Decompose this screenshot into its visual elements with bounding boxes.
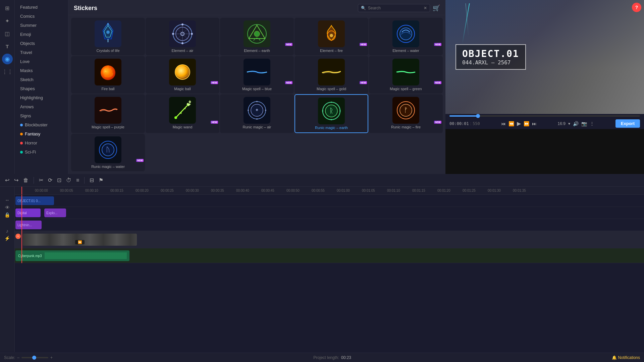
sticker-magic-wand[interactable]: NEW Magic wand bbox=[146, 94, 219, 133]
playback-controls: ⏮ ⏪ ▶ ⏩ ⏭ bbox=[501, 120, 537, 127]
sidebar-item-emoji[interactable]: Emoji bbox=[15, 30, 68, 39]
sticker-element-fire[interactable]: NEW Element – fire bbox=[294, 18, 368, 55]
ruler-mark-4: 00:00:20 bbox=[136, 189, 161, 192]
skip-forward-icon[interactable]: ⏭ bbox=[532, 121, 537, 126]
sidebar-item-fantasy[interactable]: Fantasy bbox=[15, 129, 68, 138]
volume-icon[interactable]: 🔊 bbox=[573, 121, 579, 126]
skip-back-icon[interactable]: ⏮ bbox=[501, 121, 506, 126]
sidebar-item-scifi[interactable]: Sci-Fi bbox=[15, 147, 68, 157]
clip-digital[interactable]: Digital bbox=[15, 208, 41, 217]
ruler-mark-14: 00:01:10 bbox=[387, 189, 412, 192]
delete-button[interactable]: 🗑 bbox=[22, 176, 30, 184]
track-audio-icon[interactable]: ♪ bbox=[6, 228, 8, 234]
flag-button[interactable]: ⚑ bbox=[98, 176, 104, 184]
zoom-in-icon[interactable]: + bbox=[50, 355, 53, 360]
svg-point-12 bbox=[181, 23, 183, 25]
sidebar-item-featured[interactable]: Featured bbox=[15, 3, 68, 12]
sidebar-item-highlighting[interactable]: Highlighting bbox=[15, 93, 68, 102]
sticker-fire-ball[interactable]: Fire ball bbox=[71, 56, 145, 94]
search-input[interactable] bbox=[368, 6, 422, 10]
sticker-crystals-of-life[interactable]: Crystals of life bbox=[71, 18, 145, 55]
sidebar-item-sketch[interactable]: Sketch bbox=[15, 75, 68, 84]
sticker-runic-magic-air[interactable]: ᛭ Runic magic – air bbox=[220, 94, 294, 133]
sidebar-item-horror[interactable]: Horror bbox=[15, 138, 68, 147]
sticker-thumb: ᛭ bbox=[244, 97, 270, 124]
frame-forward-icon[interactable]: ⏩ bbox=[524, 121, 529, 126]
play-icon[interactable]: ▶ bbox=[517, 120, 521, 127]
cut-button[interactable]: ✂ bbox=[38, 176, 44, 184]
project-length-value: 00:23 bbox=[341, 355, 351, 360]
sticker-magic-spell-gold[interactable]: NEW Magic spell – gold bbox=[294, 56, 368, 94]
sidebar-item-masks[interactable]: Masks bbox=[15, 66, 68, 75]
toolbar-grid-icon[interactable]: ⊞ bbox=[2, 3, 13, 13]
sidebar-item-arrows[interactable]: Arrows bbox=[15, 102, 68, 111]
sidebar-item-shapes[interactable]: Shapes bbox=[15, 84, 68, 93]
sticker-magic-spell-purple[interactable]: Magic spell – purple bbox=[71, 94, 145, 133]
progress-track[interactable] bbox=[449, 115, 640, 117]
toolbar-effects-icon[interactable]: ✦ bbox=[2, 15, 13, 26]
sidebar-item-travel[interactable]: Travel bbox=[15, 48, 68, 57]
track-lock-icon[interactable]: 🔒 bbox=[4, 212, 10, 218]
snapshot-icon[interactable]: 📷 bbox=[581, 121, 587, 126]
svg-point-5 bbox=[106, 31, 110, 34]
video-clip[interactable]: ⏩ bbox=[23, 234, 137, 246]
sidebar-label-featured: Featured bbox=[20, 5, 38, 10]
progress-thumb[interactable] bbox=[476, 114, 480, 118]
undo-button[interactable]: ↩ bbox=[4, 176, 10, 184]
clip-lightn[interactable]: Lightnin... bbox=[15, 221, 42, 229]
toolbar-stickers-icon[interactable]: ◉ bbox=[2, 54, 13, 64]
sticker-thumb bbox=[318, 20, 345, 47]
audio-clip[interactable]: Cyberpunk.mp3 bbox=[15, 250, 129, 261]
copy-button[interactable]: ⟳ bbox=[47, 176, 53, 184]
sticker-thumb bbox=[95, 97, 121, 124]
toolbar-layers-icon[interactable]: ◫ bbox=[2, 28, 13, 39]
sticker-magic-spell-green[interactable]: NEW Magic spell – green bbox=[369, 56, 443, 94]
video-progress-bar[interactable] bbox=[445, 114, 644, 118]
clip-explo[interactable]: Explo... bbox=[44, 208, 66, 217]
ruler-mark-15: 00:01:15 bbox=[412, 189, 437, 192]
aspect-dropdown-icon[interactable]: ▾ bbox=[568, 121, 570, 126]
redo-button[interactable]: ↪ bbox=[13, 176, 19, 184]
cart-icon[interactable]: 🛒 bbox=[433, 4, 440, 12]
sticker-element-water[interactable]: NEW Element – water bbox=[369, 18, 443, 55]
caption-button[interactable]: ≡ bbox=[75, 176, 80, 184]
export-button[interactable]: Export bbox=[615, 119, 640, 128]
overlay-sub: 044.ARXL – 2567 bbox=[462, 59, 519, 66]
sticker-name: Runic magic – earth bbox=[315, 126, 348, 130]
more-icon[interactable]: ⋮ bbox=[590, 121, 594, 126]
add-track-btn[interactable]: + bbox=[15, 234, 21, 239]
clear-search-icon[interactable]: ✕ bbox=[424, 6, 427, 10]
sticker-thumb bbox=[244, 59, 270, 85]
toolbar-text-icon[interactable]: T bbox=[2, 41, 13, 52]
frame-back-icon[interactable]: ⏪ bbox=[508, 121, 514, 126]
sticker-element-earth[interactable]: NEW Element – earth bbox=[220, 18, 294, 55]
sticker-runic-magic-water[interactable]: ᚢ NEW Runic magic – water bbox=[71, 134, 145, 171]
sidebar-item-love[interactable]: Love bbox=[15, 57, 68, 66]
sidebar-item-objects[interactable]: Objects bbox=[15, 39, 68, 48]
notifications-button[interactable]: 🔔 Notifications bbox=[612, 355, 640, 360]
timeline-scroll-area[interactable]: 00:00:00 00:00:05 00:00:10 00:00:15 00:0… bbox=[15, 187, 644, 352]
sticker-magic-ball[interactable]: NEW Magic ball bbox=[146, 56, 219, 94]
toolbar-apps-icon[interactable]: ⋮⋮ bbox=[2, 66, 13, 77]
timer-button[interactable]: ⏱ bbox=[65, 176, 72, 184]
help-button[interactable]: ? bbox=[632, 3, 641, 12]
sidebar-item-signs[interactable]: Signs bbox=[15, 111, 68, 120]
scale-slider[interactable] bbox=[21, 357, 48, 358]
subtitle-button[interactable]: ⊟ bbox=[89, 176, 95, 184]
new-badge: NEW bbox=[211, 81, 218, 84]
track-audio2-icon[interactable]: ⚡ bbox=[4, 236, 10, 241]
search-box[interactable]: 🔍 ✕ bbox=[358, 4, 430, 12]
crop-button[interactable]: ⊡ bbox=[56, 176, 62, 184]
sticker-runic-magic-fire[interactable]: ᚠ NEW Runic magic – fire bbox=[369, 94, 443, 133]
track-row-audio: Cyberpunk.mp3 bbox=[15, 248, 644, 263]
sidebar-item-blockbuster[interactable]: Blockbuster bbox=[15, 120, 68, 129]
sidebar-item-summer[interactable]: Summer bbox=[15, 21, 68, 30]
zoom-out-icon[interactable]: – bbox=[17, 355, 19, 360]
sticker-magic-spell-blue[interactable]: NEW Magic spell – blue bbox=[220, 56, 294, 94]
sticker-element-air[interactable]: Element – air bbox=[146, 18, 219, 55]
track-select-icon[interactable]: ↔ bbox=[5, 197, 10, 203]
progress-fill bbox=[449, 115, 478, 117]
sticker-runic-magic-earth[interactable]: ᚱ Runic magic – earth bbox=[294, 94, 368, 133]
track-eye-icon[interactable]: 👁 bbox=[5, 205, 10, 210]
sidebar-item-comics[interactable]: Comics bbox=[15, 12, 68, 21]
